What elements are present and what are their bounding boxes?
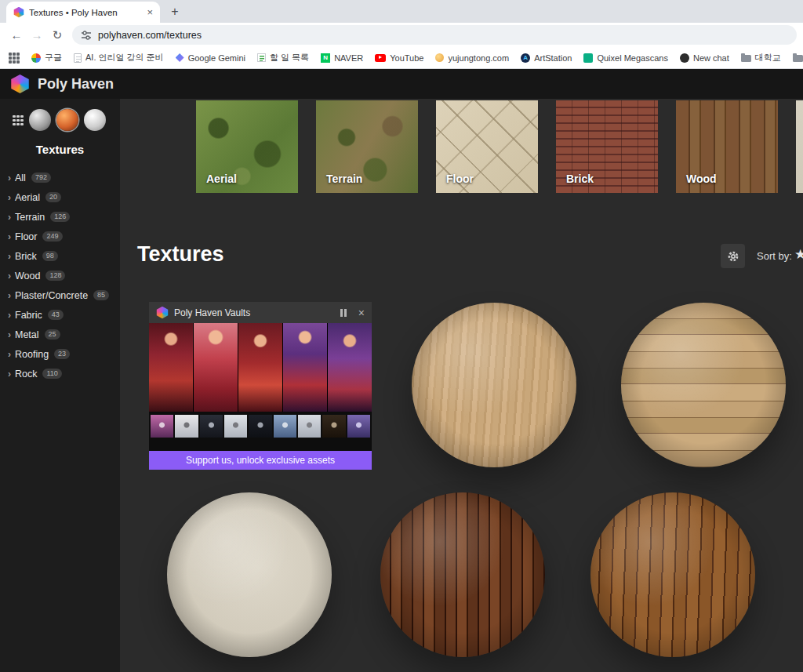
sort-by-label[interactable]: Sort by: (757, 250, 792, 262)
texture-sphere-white-plaster[interactable] (167, 492, 332, 657)
category-count-badge: 128 (45, 271, 65, 281)
tab-strip: Textures • Poly Haven × + (0, 0, 803, 23)
bookmark-item[interactable]: 대학교 (741, 52, 781, 64)
reload-button[interactable]: ↻ (47, 28, 67, 42)
bookmark-label: YouTube (390, 53, 423, 63)
category-item-terrain[interactable]: ›Terrain126 (0, 207, 120, 227)
promo-thumbnails[interactable] (149, 412, 372, 440)
bookmark-label: yujungtong.com (448, 53, 509, 63)
url-text: polyhaven.com/textures (98, 30, 202, 41)
textures-sphere-icon[interactable] (56, 109, 78, 131)
asset-thumb (347, 415, 370, 438)
asset-thumb (151, 415, 173, 438)
bookmark-item[interactable]: Google Gemini (176, 53, 245, 63)
bookmark-item[interactable]: 할 일 목록 (257, 52, 309, 64)
polyhaven-page: Poly Haven Textures ›All792 ›Aerial20 ›T… (0, 69, 803, 672)
category-label: Metal (15, 329, 39, 340)
chat-icon (680, 53, 689, 63)
site-icon (435, 53, 444, 62)
category-item-brick[interactable]: ›Brick98 (0, 246, 120, 266)
brand-title[interactable]: Poly Haven (38, 76, 114, 93)
category-label: Aerial (15, 192, 40, 203)
category-item-fabric[interactable]: ›Fabric43 (0, 305, 120, 325)
checklist-icon (257, 53, 266, 62)
category-item-plaster-concrete[interactable]: ›Plaster/Concrete85 (0, 285, 120, 305)
category-card-terrain[interactable]: Terrain (316, 100, 418, 193)
asset-grid-icon[interactable] (12, 114, 24, 126)
bookmark-item[interactable]: NAVER (321, 53, 363, 63)
character-thumb (194, 323, 238, 412)
category-card-aerial[interactable]: Aerial (196, 100, 298, 193)
category-count-badge: 110 (42, 369, 61, 379)
site-info-icon[interactable] (81, 30, 92, 41)
card-label: Terrain (326, 173, 362, 185)
category-item-roofing[interactable]: ›Roofing23 (0, 344, 120, 364)
promo-banner[interactable]: Support us, unlock exclusive assets (149, 451, 372, 470)
category-item-metal[interactable]: ›Metal25 (0, 325, 120, 344)
star-icon[interactable]: ★ (794, 246, 803, 263)
category-card-brick[interactable]: Brick (556, 100, 658, 193)
google-icon (31, 53, 41, 63)
category-card-wood[interactable]: Wood (676, 100, 778, 193)
chevron-right-icon: › (8, 193, 11, 202)
tab-close-icon[interactable]: × (147, 7, 153, 17)
vaults-promo-card[interactable]: Poly Haven Vaults × (149, 302, 372, 470)
texture-sphere-dark-wood-planks[interactable] (380, 492, 545, 657)
bookmark-item[interactable]: New chat (680, 53, 729, 63)
new-tab-button[interactable]: + (165, 2, 184, 21)
category-item-wood[interactable]: ›Wood128 (0, 266, 120, 285)
bookmark-item[interactable]: YouTube (375, 53, 423, 63)
bookmark-item[interactable]: Quixel Megascans (583, 53, 668, 63)
hdris-sphere-icon[interactable] (29, 109, 51, 131)
category-count-badge: 23 (54, 349, 70, 359)
bookmark-label: Quixel Megascans (597, 53, 668, 63)
settings-button[interactable] (721, 244, 745, 268)
models-sphere-icon[interactable] (84, 109, 106, 131)
texture-sphere-light-wood-planks[interactable] (621, 303, 786, 467)
pause-icon[interactable] (340, 309, 347, 317)
category-card-partial[interactable] (796, 100, 803, 193)
address-bar[interactable]: polyhaven.com/textures (72, 25, 797, 45)
category-item-aerial[interactable]: ›Aerial20 (0, 187, 120, 207)
polyhaven-logo-small (156, 307, 169, 319)
chevron-right-icon: › (8, 311, 11, 320)
document-icon (74, 53, 82, 63)
chevron-right-icon: › (8, 271, 11, 281)
chevron-right-icon: › (8, 330, 11, 340)
apps-shortcut-icon[interactable] (8, 52, 20, 64)
category-label: Terrain (15, 212, 45, 223)
texture-sphere-brown-wood-planks[interactable] (590, 492, 755, 657)
category-item-all[interactable]: ›All792 (0, 168, 120, 187)
category-item-rock[interactable]: ›Rock110 (0, 364, 120, 383)
promo-characters[interactable] (149, 323, 372, 412)
bookmark-label: Google Gemini (188, 53, 245, 63)
category-count-badge: 25 (45, 329, 60, 340)
bookmark-item[interactable]: 3D 모델링 (793, 52, 803, 64)
card-label: Floor (446, 173, 474, 185)
category-label: Roofing (15, 349, 49, 360)
category-card-floor[interactable]: Floor (436, 100, 538, 193)
card-label: Wood (686, 173, 717, 185)
back-button[interactable]: ← (6, 28, 27, 42)
asset-thumb (274, 415, 296, 438)
texture-sphere-light-wood[interactable] (412, 303, 576, 467)
quixel-icon (583, 53, 593, 63)
bookmark-item[interactable]: yujungtong.com (435, 53, 509, 63)
bookmark-item[interactable]: 구글 (31, 52, 62, 64)
chevron-right-icon: › (8, 212, 11, 222)
tab-title: Textures • Poly Haven (29, 8, 142, 17)
bookmark-label: ArtStation (534, 53, 572, 63)
polyhaven-logo[interactable] (10, 74, 30, 94)
card-label: Aerial (206, 173, 237, 185)
bookmark-item[interactable]: AI. 언리얼 강의 준비 (74, 52, 164, 64)
site-header: Poly Haven (0, 69, 803, 99)
asset-thumb (175, 415, 198, 438)
forward-button[interactable]: → (27, 28, 47, 42)
close-icon[interactable]: × (358, 307, 365, 318)
browser-tab[interactable]: Textures • Poly Haven × (6, 2, 160, 23)
bookmark-item[interactable]: ArtStation (521, 53, 572, 63)
gear-icon (727, 250, 739, 263)
naver-icon (321, 53, 330, 63)
chevron-right-icon: › (8, 291, 11, 300)
category-item-floor[interactable]: ›Floor249 (0, 227, 120, 246)
